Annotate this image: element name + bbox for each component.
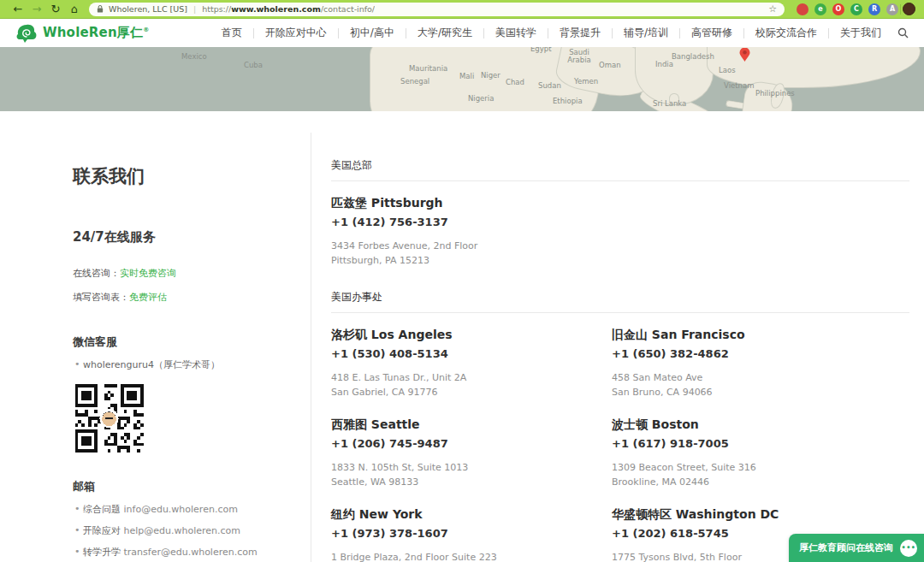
office-new-york: 纽约 New York +1 (973) 378-1607 1 Bridge P… (331, 507, 612, 562)
map-label: Mali (459, 73, 474, 80)
nav-item-0[interactable]: 首页 (210, 26, 253, 40)
world-map[interactable]: MexicoCubaMauritaniaSenegalMaliNigerChad… (0, 47, 924, 111)
email-heading: 邮箱 (73, 479, 291, 494)
offices-grid: 洛杉矶 Los Angeles +1 (530) 408-5134 418 E.… (331, 328, 909, 562)
map-label: Sri Lanka (653, 100, 686, 108)
home-button[interactable]: ⌂ (65, 0, 84, 19)
nav-item-2[interactable]: 初中/高中 (339, 26, 406, 40)
toolbar-divider (900, 4, 901, 15)
map-label: Laos (719, 67, 736, 74)
site-logo[interactable]: WholeRen厚仁® (15, 23, 149, 44)
url-text: https://www.wholeren.com/contact-info/ (202, 4, 375, 14)
map-label: Sudan (538, 82, 561, 90)
extensions-row: eOCRA (797, 3, 898, 15)
office-phone: +1 (412) 756-3137 (331, 216, 909, 228)
email-link[interactable]: info@edu.wholeren.com (124, 504, 238, 515)
content-divider (311, 133, 311, 562)
list-item: 开除应对 help@edu.wholeren.com (73, 524, 291, 537)
map-label: Chad (506, 79, 524, 86)
map-label: Bangladesh (672, 53, 714, 61)
bookmark-star-icon[interactable]: ☆ (768, 3, 777, 15)
offices-panel: 美国总部 匹兹堡 Pittsburgh +1 (412) 756-3137 34… (331, 158, 909, 562)
forward-button[interactable]: → (27, 0, 46, 19)
map-label: Senegal (400, 78, 429, 86)
free-evaluation-link[interactable]: 免费评估 (129, 292, 167, 303)
map-label: Oman (599, 62, 621, 69)
nav-item-8[interactable]: 校际交流合作 (744, 26, 828, 40)
office-seattle: 西雅图 Seattle +1 (206) 745-9487 1833 N. 10… (331, 417, 612, 489)
form-consult-line: 填写咨询表：免费评估 (73, 291, 291, 304)
email-link[interactable]: help@edu.wholeren.com (124, 525, 241, 536)
office-san-francisco: 旧金山 San Francisco +1 (650) 382-4862 458 … (612, 328, 909, 399)
browser-window: ← → ↻ ⌂ Wholeren, LLC [US] | https://www… (0, 0, 924, 562)
contact-sidebar: 联系我们 24/7在线服务 在线咨询：实时免费咨询 填写咨询表：免费评估 微信客… (73, 164, 291, 562)
map-label: Nigeria (468, 95, 494, 103)
office-pittsburgh: 匹兹堡 Pittsburgh +1 (412) 756-3137 3434 Fo… (331, 196, 909, 268)
map-label: Niger (481, 72, 500, 80)
site-identity-badge: Wholeren, LLC [US] (109, 4, 187, 14)
wholeren-logo-icon (15, 23, 38, 44)
map-label: Egypt (530, 47, 552, 53)
office-los-angeles: 洛杉矶 Los Angeles +1 (530) 408-5134 418 E.… (331, 328, 612, 399)
office-city: 匹兹堡 Pittsburgh (331, 196, 909, 211)
chat-bubble-icon: ••• (900, 540, 917, 557)
evernote-extension-icon[interactable]: e (814, 3, 826, 15)
nav-item-4[interactable]: 美国转学 (484, 26, 548, 40)
green-c-extension-icon[interactable]: C (850, 3, 862, 15)
office-boston: 波士顿 Boston +1 (617) 918-7005 1309 Beacon… (612, 417, 909, 489)
nav-item-9[interactable]: 关于我们 (829, 26, 892, 40)
chat-label: 厚仁教育顾问在线咨询 (799, 541, 893, 554)
map-label: India (655, 61, 673, 68)
blue-r-extension-icon[interactable]: R (868, 3, 880, 15)
map-label: Yemen (574, 78, 598, 86)
logo-wordmark: WholeRen厚仁® (43, 25, 149, 41)
url-separator: | (193, 4, 196, 14)
red-o-extension-icon[interactable]: O (832, 3, 844, 15)
back-button[interactable]: ← (9, 0, 27, 19)
list-item: 综合问题 info@edu.wholeren.com (73, 503, 291, 516)
nav-item-5[interactable]: 背景提升 (548, 26, 612, 40)
nav-item-7[interactable]: 高管研修 (680, 26, 743, 40)
wechat-id: wholerenguru4（厚仁学术哥） (73, 358, 291, 371)
red-badge-extension-icon[interactable] (797, 3, 808, 15)
map-location-pin[interactable] (737, 48, 752, 62)
search-icon (897, 27, 909, 38)
reload-button[interactable]: ↻ (46, 0, 65, 19)
profile-avatar[interactable] (903, 3, 915, 15)
online-consult-line: 在线咨询：实时免费咨询 (73, 267, 291, 280)
main-menu: 首页开除应对中心初中/高中大学/研究生美国转学背景提升辅导/培训高管研修校际交流… (210, 26, 892, 40)
nav-item-1[interactable]: 开除应对中心 (254, 26, 338, 40)
hq-section-heading: 美国总部 (331, 158, 909, 181)
browser-toolbar: ← → ↻ ⌂ Wholeren, LLC [US] | https://www… (0, 0, 924, 19)
address-bar[interactable]: Wholeren, LLC [US] | https://www.wholere… (89, 3, 785, 16)
map-label: Cuba (244, 62, 263, 69)
map-label: Mexico (181, 53, 207, 61)
live-chat-button[interactable]: 厚仁教育顾问在线咨询 ••• (789, 534, 924, 562)
page-title: 联系我们 (73, 164, 291, 188)
map-label: Mauritania (409, 65, 447, 73)
service-heading: 24/7在线服务 (73, 229, 291, 246)
gray-a-extension-icon[interactable]: A (886, 3, 898, 15)
map-label: Philippines (755, 90, 795, 98)
map-label: Vietnam (724, 82, 754, 90)
nav-item-3[interactable]: 大学/研究生 (406, 26, 483, 40)
wechat-heading: 微信客服 (73, 334, 291, 350)
email-list: 综合问题 info@edu.wholeren.com 开除应对 help@edu… (73, 503, 291, 562)
list-item: 转学升学 transfer@edu.wholeren.com (73, 546, 291, 559)
lock-icon (97, 5, 104, 13)
site-navbar: WholeRen厚仁® 首页开除应对中心初中/高中大学/研究生美国转学背景提升辅… (0, 19, 924, 47)
branch-section-heading: 美国办事处 (331, 290, 909, 313)
email-link[interactable]: transfer@edu.wholeren.com (124, 547, 258, 558)
search-button[interactable] (897, 27, 909, 38)
free-consult-link[interactable]: 实时免费咨询 (120, 268, 176, 279)
office-address: 3434 Forbes Avenue, 2nd FloorPittsburgh,… (331, 239, 909, 268)
map-label: Ethiopia (553, 98, 583, 105)
wechat-qr-code (73, 384, 145, 453)
map-label: Saudi Arabia (559, 49, 600, 65)
nav-item-6[interactable]: 辅导/培训 (613, 26, 679, 40)
